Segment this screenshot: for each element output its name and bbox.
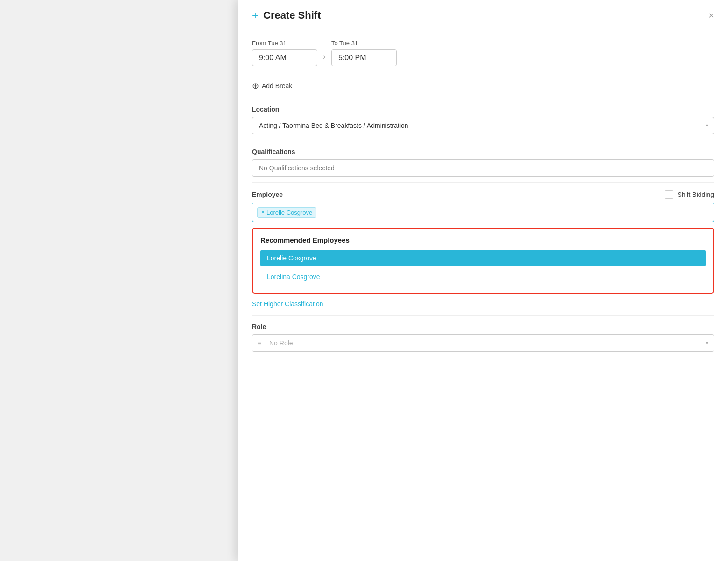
- add-break-label[interactable]: Add Break: [262, 82, 292, 90]
- role-select-wrapper: ≡ No Role ▾: [252, 334, 714, 352]
- to-time-input[interactable]: 5:00 PM: [331, 49, 397, 66]
- location-label: Location: [252, 105, 714, 113]
- location-select[interactable]: Acting / Taormina Bed & Breakfasts / Adm…: [252, 117, 714, 134]
- create-shift-modal: + Create Shift × From Tue 31 9:00 AM › T…: [238, 0, 728, 561]
- add-break-row[interactable]: ⊕ Add Break: [252, 74, 714, 98]
- modal-title-group: + Create Shift: [252, 9, 321, 21]
- employee-label: Employee: [252, 191, 283, 198]
- role-icon: ≡: [258, 339, 261, 347]
- location-section: Location Acting / Taormina Bed & Breakfa…: [252, 98, 714, 140]
- from-label: From Tue 31: [252, 40, 317, 47]
- role-section: Role ≡ No Role ▾: [252, 316, 714, 358]
- role-label: Role: [252, 323, 714, 330]
- location-select-wrapper: Acting / Taormina Bed & Breakfasts / Adm…: [252, 117, 714, 134]
- selected-employee-name: Lorelie Cosgrove: [266, 209, 312, 216]
- from-time-group: From Tue 31 9:00 AM: [252, 40, 317, 66]
- modal-body: From Tue 31 9:00 AM › To Tue 31 5:00 PM …: [238, 30, 728, 561]
- add-break-icon: ⊕: [252, 81, 259, 91]
- employee-input-box[interactable]: × Lorelie Cosgrove: [252, 203, 714, 222]
- employee-row: Employee Shift Bidding: [252, 183, 714, 203]
- qualifications-section: Qualifications: [252, 140, 714, 182]
- employee-option-lorelina[interactable]: Lorelina Cosgrove: [260, 268, 706, 285]
- from-time-input[interactable]: 9:00 AM: [252, 49, 317, 66]
- modal-title: Create Shift: [263, 9, 321, 21]
- employee-option-lorelie[interactable]: Lorelie Cosgrove: [260, 250, 706, 266]
- recommended-employees-box: Recommended Employees Lorelie Cosgrove L…: [252, 228, 714, 294]
- time-arrow: ›: [323, 52, 326, 62]
- remove-employee-icon[interactable]: ×: [261, 209, 265, 216]
- recommended-title: Recommended Employees: [260, 236, 706, 244]
- to-label: To Tue 31: [331, 40, 397, 47]
- plus-icon: +: [252, 10, 259, 21]
- shift-bidding-group: Shift Bidding: [665, 190, 714, 199]
- time-section: From Tue 31 9:00 AM › To Tue 31 5:00 PM: [252, 30, 714, 74]
- to-time-group: To Tue 31 5:00 PM: [331, 40, 397, 66]
- background-panel: [0, 0, 238, 561]
- qualifications-input[interactable]: [252, 159, 714, 177]
- role-select[interactable]: No Role: [252, 334, 714, 352]
- shift-bidding-label: Shift Bidding: [677, 191, 714, 198]
- close-button[interactable]: ×: [708, 11, 714, 20]
- employee-tag[interactable]: × Lorelie Cosgrove: [257, 207, 316, 218]
- shift-bidding-checkbox[interactable]: [665, 190, 673, 199]
- modal-header: + Create Shift ×: [238, 0, 728, 30]
- qualifications-label: Qualifications: [252, 148, 714, 155]
- set-classification-link[interactable]: Set Higher Classification: [252, 297, 323, 315]
